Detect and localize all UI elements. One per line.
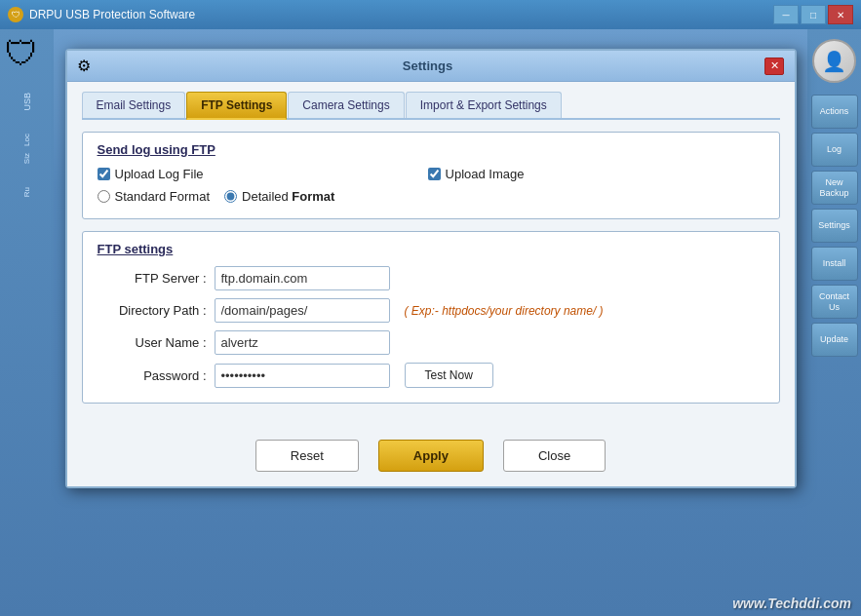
upload-image-checkbox-item[interactable]: Upload Image xyxy=(428,167,525,181)
directory-path-input-wrap: ( Exp:- httpdocs/your directory name/ ) xyxy=(215,298,604,323)
tab-email[interactable]: Email Settings xyxy=(82,92,186,118)
upload-log-file-checkbox-item[interactable]: Upload Log File xyxy=(98,167,204,181)
actions-button[interactable]: Actions xyxy=(811,95,858,129)
main-content: USB Loc Siz Ru 👤 Actions Log New Backup … xyxy=(0,29,861,616)
detailed-format-radio-item[interactable]: Detailed Format xyxy=(224,189,334,204)
password-input[interactable] xyxy=(215,364,390,388)
sidebar-siz-label: Siz xyxy=(22,153,31,164)
upload-log-file-label: Upload Log File xyxy=(115,167,204,181)
ftp-server-label: FTP Server : xyxy=(98,271,215,286)
ftp-server-input[interactable] xyxy=(215,266,390,290)
format-radio-row: Standard Format Detailed Format xyxy=(98,189,764,204)
main-window: 🛡 DRPU USB Protection Software ─ □ ✕ USB… xyxy=(0,0,861,616)
apply-button[interactable]: Apply xyxy=(378,440,484,472)
test-now-button[interactable]: Test Now xyxy=(405,363,493,388)
dialog-footer: Reset Apply Close xyxy=(67,430,795,486)
tabs-container: Email Settings FTP Settings Camera Setti… xyxy=(82,92,780,120)
close-dialog-button[interactable]: Close xyxy=(503,440,606,472)
directory-hint: ( Exp:- httpdocs/your directory name/ ) xyxy=(405,304,604,318)
title-bar-controls: ─ □ ✕ xyxy=(773,5,853,24)
install-button[interactable]: Install xyxy=(811,247,858,281)
username-label: User Name : xyxy=(98,335,215,350)
ftp-settings-title: FTP settings xyxy=(98,242,764,256)
detailed-format-label: Detailed Format xyxy=(242,189,334,204)
password-label: Password : xyxy=(98,368,215,383)
password-input-wrap: Test Now xyxy=(215,363,493,388)
sidebar-usb-label: USB xyxy=(22,93,32,111)
dialog-body: Email Settings FTP Settings Camera Setti… xyxy=(67,82,795,430)
send-log-title: Send log using FTP xyxy=(98,142,764,157)
shield-logo: 🛡 xyxy=(5,34,39,73)
upload-image-label: Upload Image xyxy=(446,167,525,181)
maximize-button[interactable]: □ xyxy=(801,5,826,24)
detailed-format-radio[interactable] xyxy=(224,190,237,203)
app-title: DRPU USB Protection Software xyxy=(29,8,195,21)
title-bar: 🛡 DRPU USB Protection Software ─ □ ✕ xyxy=(0,0,861,29)
directory-path-input[interactable] xyxy=(215,298,390,323)
backup-button[interactable]: New Backup xyxy=(811,171,858,205)
title-bar-left: 🛡 DRPU USB Protection Software xyxy=(8,7,195,22)
sidebar-loc-label: Loc xyxy=(22,134,31,146)
tab-ftp[interactable]: FTP Settings xyxy=(186,92,287,120)
avatar-icon: 👤 xyxy=(812,39,856,83)
contact-us-button[interactable]: Contact Us xyxy=(811,285,858,319)
tab-camera[interactable]: Camera Settings xyxy=(288,92,404,118)
upload-image-checkbox[interactable] xyxy=(428,168,441,180)
standard-format-radio-item[interactable]: Standard Format xyxy=(98,189,211,204)
dialog-overlay: ⚙ Settings ✕ Email Settings FTP Settings… xyxy=(54,29,807,616)
dialog-icon: ⚙ xyxy=(77,57,91,75)
username-input-wrap xyxy=(215,330,390,355)
dialog-close-button[interactable]: ✕ xyxy=(764,58,784,75)
ftp-form: FTP Server : Directory Path : ( xyxy=(98,266,764,388)
directory-path-label: Directory Path : xyxy=(98,303,215,318)
checkboxes-row: Upload Log File Upload Image xyxy=(98,167,764,181)
directory-path-row: Directory Path : ( Exp:- httpdocs/your d… xyxy=(98,298,764,323)
standard-format-radio[interactable] xyxy=(98,190,110,203)
ftp-server-input-wrap xyxy=(215,266,390,290)
log-button[interactable]: Log xyxy=(811,133,858,167)
update-button[interactable]: Update xyxy=(811,323,858,357)
username-input[interactable] xyxy=(215,330,390,355)
watermark: www.Techddi.com xyxy=(732,596,851,611)
right-sidebar: 👤 Actions Log New Backup Settings Instal… xyxy=(807,29,861,616)
minimize-button[interactable]: ─ xyxy=(773,5,799,24)
password-row: Password : Test Now xyxy=(98,363,764,388)
left-sidebar: USB Loc Siz Ru xyxy=(0,29,54,616)
tab-import-export[interactable]: Import & Export Settings xyxy=(406,92,562,118)
sidebar-ru-label: Ru xyxy=(22,187,31,197)
settings-dialog: ⚙ Settings ✕ Email Settings FTP Settings… xyxy=(65,49,797,488)
dialog-title: Settings xyxy=(403,58,452,73)
settings-button[interactable]: Settings xyxy=(811,209,858,243)
upload-log-file-checkbox[interactable] xyxy=(98,168,110,180)
ftp-settings-section: FTP settings FTP Server : xyxy=(82,231,780,404)
ftp-server-row: FTP Server : xyxy=(98,266,764,290)
username-row: User Name : xyxy=(98,330,764,355)
close-button[interactable]: ✕ xyxy=(828,5,853,24)
standard-format-label: Standard Format xyxy=(115,189,211,204)
reset-button[interactable]: Reset xyxy=(255,440,359,472)
app-icon: 🛡 xyxy=(8,7,23,22)
send-log-section: Send log using FTP Upload Log File Uploa… xyxy=(82,132,780,219)
dialog-title-bar: ⚙ Settings ✕ xyxy=(67,51,795,82)
